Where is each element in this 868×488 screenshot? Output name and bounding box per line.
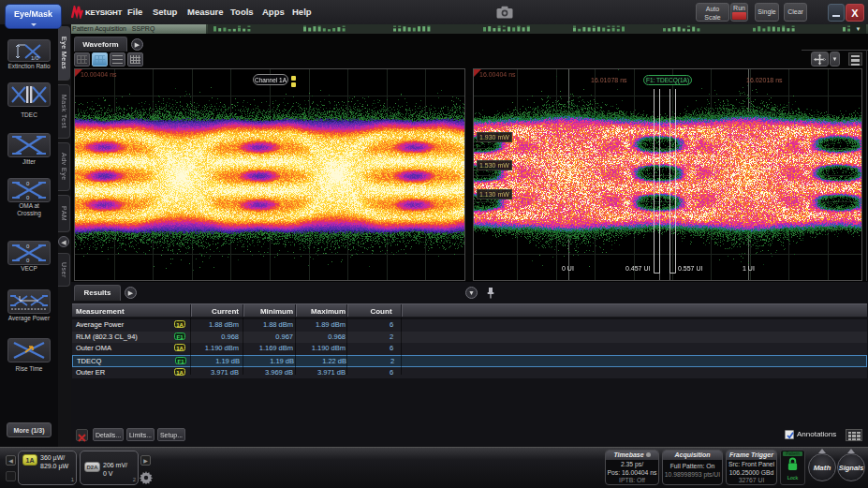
svg-text:1/0: 1/0 (31, 55, 39, 61)
svg-text:0: 0 (26, 195, 30, 200)
svg-text:0: 0 (26, 244, 30, 249)
svg-text:0: 0 (26, 258, 30, 263)
svg-text:0: 0 (26, 181, 30, 186)
